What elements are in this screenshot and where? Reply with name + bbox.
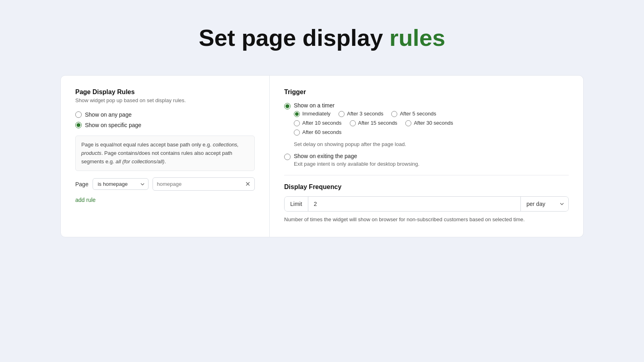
exit-trigger-option: Show on exiting the page Exit page inten…: [284, 153, 569, 167]
page-rule-row: Page is homepage is not homepage contain…: [75, 177, 255, 191]
divider: [284, 175, 569, 175]
timer-immediately-label: Immediately: [302, 111, 330, 117]
timer-after30-radio[interactable]: [405, 120, 411, 126]
exit-option-label: Show on exiting the page: [294, 153, 419, 159]
panels-row: Page Display Rules Show widget pop up ba…: [60, 75, 584, 237]
page-title: Set page display rules: [199, 24, 445, 51]
timer-after3-label: After 3 seconds: [347, 111, 383, 117]
timer-option-label: Show on a timer: [294, 102, 453, 109]
show-specific-page-option[interactable]: Show on specific page: [75, 122, 255, 128]
info-box: Page is equal/not equal rules accept bas…: [75, 136, 255, 171]
add-rule-link[interactable]: add rule: [75, 197, 96, 203]
page-rule-input-wrap: ✕: [153, 177, 255, 191]
freq-limit-label: Limit: [285, 197, 308, 211]
left-panel-subtitle: Show widget pop up based on set display …: [75, 97, 255, 103]
show-specific-page-label: Show on specific page: [85, 122, 141, 128]
timer-after30[interactable]: After 30 seconds: [405, 119, 453, 126]
timer-row-1: Immediately After 3 seconds After 5 seco…: [294, 110, 453, 117]
timer-after3[interactable]: After 3 seconds: [339, 110, 383, 117]
page-rule-input[interactable]: [153, 179, 241, 189]
trigger-title: Trigger: [284, 88, 569, 96]
timer-options: Immediately After 3 seconds After 5 seco…: [294, 110, 453, 136]
timer-after15-label: After 15 seconds: [358, 120, 398, 126]
timer-after60-label: After 60 seconds: [302, 129, 342, 135]
show-any-page-label: Show on any page: [85, 111, 132, 118]
page-display-options: Show on any page Show on specific page: [75, 111, 255, 128]
timer-after60-radio[interactable]: [294, 130, 300, 136]
page-rule-clear-button[interactable]: ✕: [241, 178, 254, 190]
page-wrapper: Set page display rules Page Display Rule…: [0, 0, 644, 261]
freq-note: Number of times the widget will show on …: [284, 216, 569, 224]
timer-after3-radio[interactable]: [339, 111, 345, 117]
timer-after10[interactable]: After 10 seconds: [294, 119, 342, 126]
timer-immediately[interactable]: Immediately: [294, 110, 330, 117]
timer-after15[interactable]: After 15 seconds: [350, 119, 398, 126]
timer-after30-label: After 30 seconds: [414, 120, 453, 126]
timer-after5[interactable]: After 5 seconds: [391, 110, 436, 117]
page-title-part2: rules: [390, 25, 446, 51]
freq-period-select[interactable]: per day per week per month per session: [521, 197, 568, 211]
show-any-page-option[interactable]: Show on any page: [75, 111, 255, 118]
right-panel: Trigger Show on a timer Immediately: [270, 75, 584, 237]
exit-option-content: Show on exiting the page Exit page inten…: [294, 153, 419, 167]
timer-option-content: Show on a timer Immediately After 3 seco…: [294, 102, 453, 147]
show-specific-page-radio[interactable]: [75, 122, 82, 128]
freq-row: Limit per day per week per month per ses…: [284, 196, 569, 212]
freq-select-wrap: per day per week per month per session: [520, 197, 568, 211]
page-title-part1: Set page display: [199, 25, 390, 51]
page-rule-select[interactable]: is homepage is not homepage contains doe…: [93, 178, 149, 190]
timer-immediately-radio[interactable]: [294, 111, 300, 117]
timer-after15-radio[interactable]: [350, 120, 356, 126]
exit-radio[interactable]: [284, 154, 291, 160]
freq-title: Display Frequency: [284, 183, 569, 191]
timer-after10-radio[interactable]: [294, 120, 300, 126]
page-rule-label: Page: [75, 181, 89, 187]
timer-row-3: After 60 seconds: [294, 129, 453, 136]
left-panel-title: Page Display Rules: [75, 88, 255, 96]
timer-after60[interactable]: After 60 seconds: [294, 129, 342, 136]
timer-after5-radio[interactable]: [391, 111, 397, 117]
left-panel: Page Display Rules Show widget pop up ba…: [60, 75, 270, 237]
info-text: Page is equal/not equal rules accept bas…: [81, 141, 249, 166]
timer-after10-label: After 10 seconds: [302, 120, 342, 126]
timer-row-2: After 10 seconds After 15 seconds After …: [294, 119, 453, 126]
show-any-page-radio[interactable]: [75, 111, 82, 118]
timer-trigger-option: Show on a timer Immediately After 3 seco…: [284, 102, 569, 147]
timer-after5-label: After 5 seconds: [400, 111, 436, 117]
exit-option-desc: Exit page intent is only available for d…: [294, 161, 419, 167]
freq-limit-input[interactable]: [308, 197, 520, 211]
timer-note: Set delay on showing popup after the pag…: [294, 141, 453, 147]
timer-radio[interactable]: [284, 103, 291, 109]
